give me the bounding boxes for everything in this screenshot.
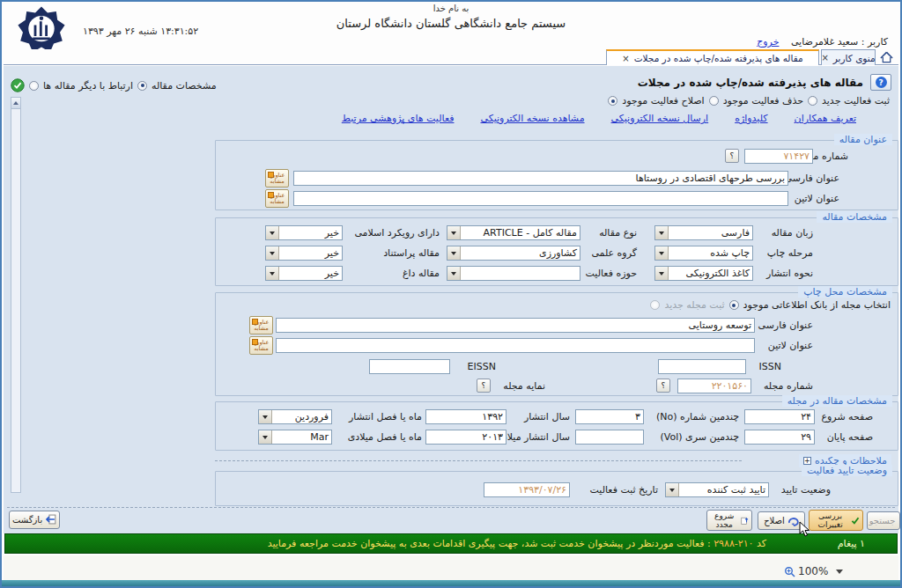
chevron-down-icon — [259, 430, 272, 444]
approve-status-select[interactable]: تایید ثبت کننده — [665, 482, 769, 497]
similar-titles-button[interactable]: عناوین مشابه — [249, 336, 273, 355]
valid-check-icon — [11, 78, 25, 92]
journal-no-label: شماره مجله — [764, 380, 813, 392]
app-window: به نام خدا سیستم جامع دانشگاهی گلستان دا… — [0, 0, 902, 588]
radio-article-specs[interactable] — [137, 81, 147, 91]
la-title-field[interactable] — [293, 191, 788, 206]
journal-fa-title-label: عنوان فارسی — [758, 320, 813, 331]
activity-field-select[interactable] — [447, 266, 580, 281]
journal-fa-title-field[interactable]: توسعه روستایی — [276, 318, 755, 333]
edit-button[interactable]: اصلاح — [758, 511, 805, 530]
chevron-down-icon[interactable] — [836, 570, 843, 574]
journal-la-title-field[interactable] — [276, 338, 755, 353]
field-label: زبان مقاله — [772, 227, 813, 239]
language-select[interactable]: فارسی — [654, 225, 753, 240]
tab-articles-label: مقاله های پذیرفته شده/چاپ شده در مجلات — [634, 53, 803, 63]
field-label: چندمین شماره (No) — [656, 411, 739, 423]
view-option-label: ارتباط با دیگر مقاله ها — [43, 80, 133, 92]
link-define-coauthors[interactable]: تعریف همکاران — [795, 113, 856, 124]
triangle-up-icon — [13, 101, 18, 105]
islamic-approach-select[interactable]: خیر — [265, 225, 343, 240]
radio-delete-activity[interactable] — [709, 96, 719, 106]
article-no-lookup-button[interactable]: ؟ — [725, 149, 739, 163]
link-related-research[interactable]: فعالیت های پژوهشی مرتبط — [342, 113, 455, 124]
link-view-ecopy[interactable]: مشاهده نسخه الکترونیکی — [480, 113, 584, 124]
radio-existing-journal[interactable] — [729, 300, 739, 310]
journal-index-lookup-button[interactable]: ؟ — [477, 379, 491, 393]
journal-index-label: نمایه مجله — [503, 380, 545, 392]
article-type-select[interactable]: مقاله کامل - ARTICLE — [447, 225, 580, 240]
gregorian-year-field[interactable]: ۲۰۱۳ — [425, 430, 506, 445]
bismillah-text: به نام خدا — [2, 4, 900, 13]
fieldset-legend: مشخصات محل چاپ — [798, 286, 892, 298]
fieldset-legend: مشخصات مقاله — [817, 211, 892, 223]
fieldset-article-in-journal: مشخصات مقاله در مجله صفحه شروع ۲۴ چندمین… — [215, 401, 898, 451]
field-label: ماه یا فصل میلادی — [348, 431, 422, 443]
publish-month-select[interactable]: فروردین — [258, 409, 332, 424]
user-label: کاربر : سعید غلامرضایی — [791, 36, 888, 48]
view-toggle: مشخصات مقاله ارتباط با دیگر مقاله ها — [11, 78, 217, 92]
message-code: ۲۹۸۸-۲۱۰ — [713, 538, 753, 549]
fieldset-legend: مشخصات مقاله در مجله — [782, 395, 892, 407]
field-label: مقاله داغ — [403, 268, 440, 279]
tab-user-menu[interactable]: منوی کاربر × — [821, 49, 876, 65]
journal-source-radios: انتخاب مجله از بانک اطلاعاتی موجود ثبت م… — [650, 299, 891, 311]
chevron-down-icon — [655, 267, 669, 280]
similar-titles-button[interactable]: عناوین مشابه — [265, 169, 289, 187]
home-icon[interactable] — [880, 51, 893, 63]
green-check-icon — [851, 515, 860, 526]
print-stage-select[interactable]: چاپ شده — [654, 246, 753, 261]
publish-year-field[interactable]: ۱۳۹۲ — [425, 409, 506, 424]
left-scrollbar[interactable] — [11, 97, 21, 493]
help-button[interactable]: ? — [870, 74, 891, 91]
tab-articles[interactable]: مقاله های پذیرفته شده/چاپ شده در مجلات × — [606, 49, 819, 65]
eissn-field[interactable] — [369, 359, 450, 374]
start-page-field[interactable]: ۲۴ — [744, 409, 815, 424]
registration-date-field[interactable]: ۱۳۹۳/۰۷/۲۶ — [484, 482, 570, 497]
field-label: سال انتشار — [524, 411, 570, 423]
zoom-control[interactable]: 100% — [784, 565, 843, 577]
message-count-badge[interactable]: ۱ پیغام — [838, 538, 865, 549]
main-content: ? مقاله های پذیرفته شده/چاپ شده در مجلات… — [4, 66, 898, 533]
fieldset-article-specs: مشخصات مقاله زبان مقاله فارسی نوع مقاله … — [215, 217, 898, 286]
fieldset-article-title: عنوان مقاله شماره مقاله ۷۱۴۲۷ ؟ عنوان فا… — [215, 140, 898, 210]
similar-titles-button[interactable]: عناوین مشابه — [249, 316, 273, 334]
issue-no-field[interactable]: ۳ — [575, 409, 644, 424]
tab-close-icon[interactable]: × — [622, 54, 629, 63]
scroll-up-button[interactable] — [11, 98, 20, 109]
hot-article-select[interactable]: خیر — [265, 266, 343, 281]
similar-titles-button[interactable]: عناوین مشابه — [265, 189, 289, 208]
new-journal-label: ثبت مجله جدید — [664, 299, 724, 311]
link-send-ecopy[interactable]: ارسال نسخه الکترونیکی — [611, 113, 709, 124]
radio-new-activity[interactable] — [808, 96, 817, 106]
expand-plus-icon[interactable]: + — [803, 457, 811, 465]
restart-button[interactable]: شروع مجدد — [706, 510, 752, 531]
link-keywords[interactable]: کلیدواژه — [735, 113, 767, 124]
issn-label: ISSN — [759, 361, 781, 372]
field-label: صفحه پایان — [827, 431, 873, 443]
chevron-down-icon — [666, 483, 679, 496]
article-no-field[interactable]: ۷۱۴۲۷ — [744, 149, 813, 164]
volume-no-field[interactable] — [575, 430, 644, 445]
fieldset-approval-status: وضعیت تایید فعالیت وضعیت تایید تایید ثبت… — [215, 471, 898, 506]
user-line: کاربر : سعید غلامرضایی خروج — [757, 36, 888, 48]
end-page-field[interactable]: ۲۹ — [744, 430, 815, 445]
field-label: ماه یا فصل انتشار — [349, 411, 422, 423]
journal-no-field[interactable]: ۲۲۰۱۵۶۰ — [677, 379, 751, 393]
window-bottom-edge — [2, 580, 900, 586]
science-group-select[interactable]: کشاورزی — [447, 246, 580, 261]
logout-link[interactable]: خروج — [757, 36, 779, 48]
radio-related-articles[interactable] — [29, 81, 39, 91]
tab-close-icon[interactable]: × — [821, 53, 828, 62]
highly-cited-select[interactable]: خیر — [265, 246, 343, 261]
header: به نام خدا سیستم جامع دانشگاهی گلستان دا… — [2, 2, 900, 48]
radio-edit-activity[interactable] — [608, 96, 617, 106]
publish-method-select[interactable]: کاغذ الکترونیکی — [654, 266, 753, 281]
issn-field[interactable] — [658, 359, 746, 374]
mode-label: حذف فعالیت موجود — [723, 95, 803, 107]
back-button[interactable]: بازگشت — [9, 511, 60, 529]
gregorian-month-select[interactable]: Mar — [258, 430, 332, 445]
fa-title-field[interactable]: بررسی طرحهای اقتصادی در روستاها — [293, 171, 788, 186]
check-changes-button[interactable]: بررسی تغییرات — [809, 510, 863, 531]
journal-no-lookup-button[interactable]: ؟ — [656, 379, 670, 393]
